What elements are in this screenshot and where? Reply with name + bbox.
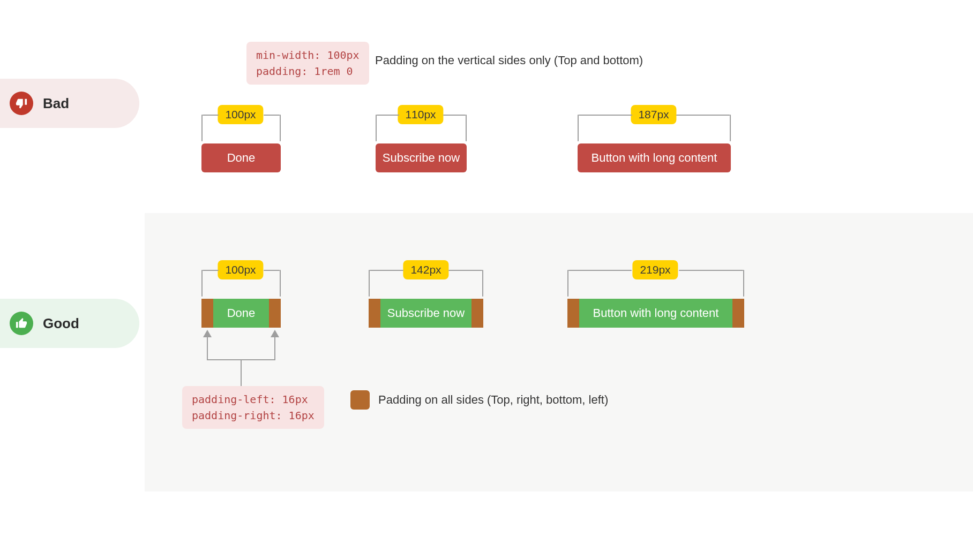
good-button-done: Done <box>201 299 281 328</box>
bracket-line <box>676 115 730 116</box>
good-label-text: Good <box>43 315 79 332</box>
button-core: Subscribe now <box>380 299 471 328</box>
width-badge: 110px <box>398 105 443 124</box>
button-label: Done <box>227 151 256 165</box>
good-button-long: Button with long content <box>567 299 744 328</box>
bracket-line <box>377 115 399 116</box>
bracket-line <box>730 115 731 141</box>
diagram-content: min-width: 100px padding: 1rem 0 Padding… <box>145 0 973 560</box>
bracket-line <box>370 270 403 271</box>
padding-swatch <box>350 390 370 410</box>
bracket-line <box>264 115 280 116</box>
bracket-line <box>743 270 744 297</box>
padding-indicator <box>201 299 213 328</box>
bracket-line <box>567 270 568 297</box>
diagram-sidebar: Bad Good <box>0 0 145 560</box>
bracket-line <box>578 115 579 141</box>
button-label: Subscribe now <box>383 151 460 165</box>
bad-note: Padding on the vertical sides only (Top … <box>375 54 643 67</box>
bracket-line <box>448 270 482 271</box>
good-css-code: padding-left: 16px padding-right: 16px <box>182 386 324 429</box>
bad-button-done: Done <box>201 143 281 172</box>
good-label-pill: Good <box>0 299 139 348</box>
bracket-line <box>203 270 219 271</box>
padding-indicator <box>732 299 744 328</box>
bracket-line <box>201 115 203 141</box>
bracket-line <box>466 115 467 141</box>
width-badge: 142px <box>403 260 448 279</box>
button-core: Button with long content <box>579 299 732 328</box>
good-section: 100px Done padding-left: 16px padding-ri… <box>145 213 973 491</box>
thumbs-up-icon <box>10 312 33 335</box>
button-label: Button with long content <box>593 306 719 320</box>
bad-button-subscribe: Subscribe now <box>376 143 467 172</box>
width-badge: 187px <box>631 105 676 124</box>
bracket-line <box>201 270 203 297</box>
width-badge: 219px <box>632 260 678 279</box>
bad-button-long: Button with long content <box>578 143 731 172</box>
bracket-line <box>579 115 632 116</box>
button-label: Done <box>227 306 256 320</box>
connector-line <box>207 337 208 359</box>
thumbs-down-icon <box>10 92 33 115</box>
padding-indicator <box>567 299 579 328</box>
padding-indicator <box>471 299 483 328</box>
bracket-line <box>376 115 377 141</box>
good-note: Padding on all sides (Top, right, bottom… <box>378 393 608 407</box>
button-label: Button with long content <box>592 151 717 165</box>
arrow-icon <box>203 330 212 337</box>
good-button-subscribe: Subscribe now <box>369 299 483 328</box>
bracket-line <box>679 270 743 271</box>
bad-label-text: Bad <box>43 95 69 112</box>
bracket-line <box>280 115 281 141</box>
button-core: Done <box>213 299 269 328</box>
bracket-line <box>264 270 280 271</box>
bad-label-pill: Bad <box>0 79 139 128</box>
width-badge: 100px <box>218 260 263 279</box>
arrow-icon <box>271 330 279 337</box>
connector-line <box>274 337 275 359</box>
bracket-line <box>568 270 632 271</box>
bracket-line <box>203 115 219 116</box>
padding-indicator <box>269 299 281 328</box>
button-label: Subscribe now <box>387 306 465 320</box>
bracket-line <box>280 270 281 297</box>
bracket-line <box>443 115 466 116</box>
padding-indicator <box>369 299 380 328</box>
width-badge: 100px <box>218 105 263 124</box>
bad-css-code: min-width: 100px padding: 1rem 0 <box>246 42 369 85</box>
bracket-line <box>369 270 370 297</box>
bracket-line <box>482 270 483 297</box>
bad-section: min-width: 100px padding: 1rem 0 Padding… <box>145 0 973 213</box>
connector-line <box>241 359 242 386</box>
